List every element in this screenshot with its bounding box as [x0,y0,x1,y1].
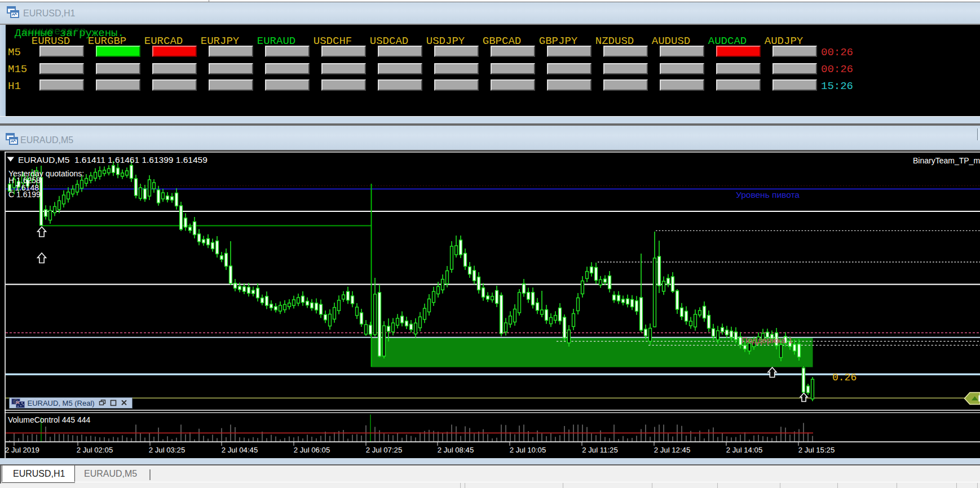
svg-text:BinaryTeam_TP_mt4: BinaryTeam_TP_mt4 [913,156,980,165]
svg-text:0.26: 0.26 [832,372,857,383]
svg-text:2 Jul 11:25: 2 Jul 11:25 [582,446,618,454]
svg-text:VolumeControl 445 444: VolumeControl 445 444 [8,415,91,424]
svg-text:EURAUD,M5 1.61411 1.61461 1.6: EURAUD,M5 1.61411 1.61461 1.61399 1.6145… [18,155,208,165]
svg-text:2 Jul 15:25: 2 Jul 15:25 [798,446,835,454]
svg-text:2 Jul 06:05: 2 Jul 06:05 [294,446,330,454]
svg-text:2 Jul 14:05: 2 Jul 14:05 [726,446,763,454]
svg-text:2 Jul 2019: 2 Jul 2019 [5,446,39,454]
svg-text:C 1.6199: C 1.6199 [8,190,41,199]
svg-text:Уровень пивота: Уровень пивота [736,190,800,199]
svg-text:2 Jul 03:25: 2 Jul 03:25 [149,446,186,454]
svg-text:2 Jul 02:05: 2 Jul 02:05 [77,446,113,454]
svg-text:Поддержка 1: Поддержка 1 [741,335,793,345]
svg-text:2 Jul 08:45: 2 Jul 08:45 [438,446,474,454]
svg-text:2 Jul 04:45: 2 Jul 04:45 [222,446,258,454]
svg-text:2 Jul 07:25: 2 Jul 07:25 [366,446,403,454]
svg-text:2 Jul 12:45: 2 Jul 12:45 [654,446,691,454]
svg-text:2 Jul 10:05: 2 Jul 10:05 [510,446,546,454]
